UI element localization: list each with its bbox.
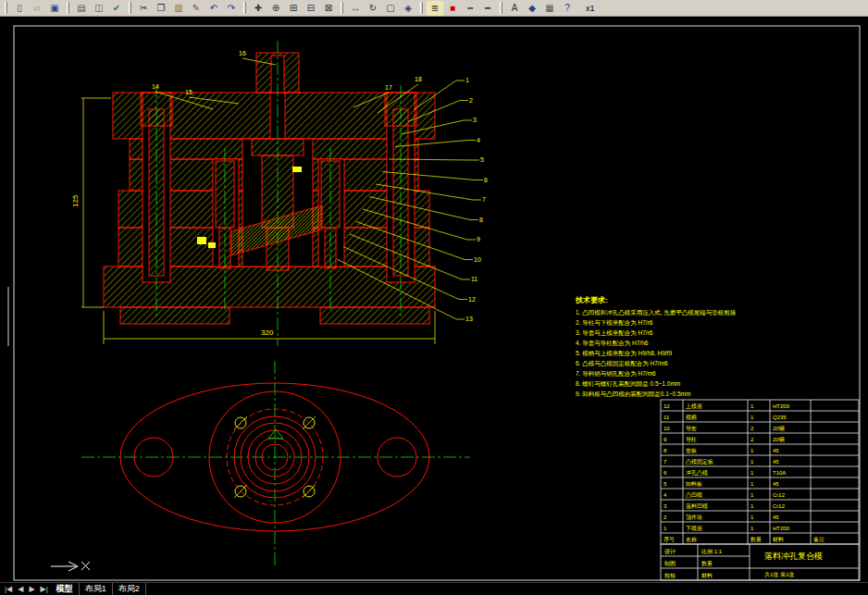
properties-button[interactable]: ▦ bbox=[541, 1, 558, 16]
part-callout-13: 13 bbox=[465, 316, 473, 322]
material-cell: 材料 bbox=[701, 573, 713, 579]
cad-application-window: ▯▱▣▤◫✔✂❐▥✎↶↷✚⊕⊞⊟⊠↔↻▢◈≣■╍━A◆▦?x1 bbox=[0, 0, 868, 595]
copy-button[interactable]: ❐ bbox=[153, 1, 169, 16]
scale-cell: 比例 1:1 bbox=[701, 549, 723, 555]
table-cell: 11 bbox=[663, 415, 670, 420]
zoom-previous-button[interactable]: ⊟ bbox=[303, 1, 319, 16]
layers-button[interactable]: ≣ bbox=[427, 1, 443, 16]
help-button[interactable]: ? bbox=[559, 1, 576, 16]
tab-nav-0[interactable]: |◀ bbox=[2, 585, 15, 593]
table-cell: HT200 bbox=[773, 403, 790, 409]
drawing-title: 落料冲孔复合模 bbox=[764, 552, 823, 561]
toolbar-grip[interactable] bbox=[129, 2, 131, 14]
layout-tab-layout2[interactable]: 布局2 bbox=[113, 583, 146, 595]
table-cell: 上模座 bbox=[685, 403, 702, 409]
redo-button[interactable]: ↷ bbox=[223, 1, 240, 16]
table-cell: 1 bbox=[750, 481, 754, 487]
part-callout-15: 15 bbox=[185, 89, 192, 95]
table-cell: 2 bbox=[750, 437, 754, 442]
toolbar-grip[interactable] bbox=[243, 2, 246, 14]
3d-orbit-button[interactable]: ◈ bbox=[400, 1, 416, 16]
table-cell: 3 bbox=[663, 503, 667, 509]
toolbar-grip[interactable] bbox=[420, 2, 423, 14]
spell-check-button[interactable]: ✔ bbox=[108, 1, 125, 16]
dim-width-label: 320 bbox=[261, 328, 274, 337]
toolbar-grip[interactable] bbox=[500, 2, 502, 14]
table-cell: 10 bbox=[663, 426, 670, 431]
drawing-canvas[interactable]: 123456789101112131415161718320125技术要求:1.… bbox=[0, 17, 868, 582]
table-cell: 20钢 bbox=[773, 436, 785, 442]
open-folder-button[interactable]: ▱ bbox=[29, 1, 45, 16]
title-field-label: 制图 bbox=[664, 561, 676, 567]
zoom-realtime-button[interactable]: ⊕ bbox=[267, 1, 284, 16]
print-preview-button[interactable]: ◫ bbox=[91, 1, 107, 16]
toolbar-grip[interactable] bbox=[341, 2, 343, 14]
table-cell: 2 bbox=[663, 514, 667, 520]
redraw-button[interactable]: ↻ bbox=[365, 1, 381, 16]
tech-req-line-6: 6. 凸模与凸模固定板配合为 H7/m6 bbox=[576, 360, 668, 367]
part-callout-7: 7 bbox=[482, 196, 486, 203]
title-field-label: 设计 bbox=[664, 548, 676, 554]
part-callout-6: 6 bbox=[484, 177, 488, 183]
tech-req-line-9: 9. 卸料板与凸凹模的装配间隙是0.1~0.5mm bbox=[576, 390, 690, 398]
paste-button[interactable]: ▥ bbox=[170, 1, 187, 16]
tab-nav-3[interactable]: ▶| bbox=[38, 585, 51, 593]
part-callout-4: 4 bbox=[477, 137, 480, 143]
cut-button[interactable]: ✂ bbox=[135, 1, 152, 16]
zoom-extents-button[interactable]: ⊠ bbox=[320, 1, 337, 16]
toolbar-grip[interactable] bbox=[67, 2, 69, 14]
table-cell: 卸料板 bbox=[686, 481, 702, 487]
table-cell: T10A bbox=[773, 470, 786, 476]
table-cell: 1 bbox=[750, 470, 754, 476]
tab-nav-1[interactable]: ◀ bbox=[15, 585, 26, 593]
tab-nav-2[interactable]: ▶ bbox=[26, 585, 37, 593]
table-cell: 落料凹模 bbox=[686, 503, 708, 510]
plot-button[interactable]: ▤ bbox=[73, 1, 90, 16]
match-properties-button[interactable]: ✎ bbox=[188, 1, 205, 16]
distance-button[interactable]: ↔ bbox=[347, 1, 364, 16]
table-cell: 导柱 bbox=[686, 436, 697, 442]
toolbar-grip[interactable] bbox=[5, 2, 7, 14]
named-views-button[interactable]: ▢ bbox=[382, 1, 399, 16]
table-cell: 顶件块 bbox=[686, 514, 702, 520]
drawing-svg: 123456789101112131415161718320125技术要求:1.… bbox=[0, 17, 868, 582]
table-cell: 1 bbox=[750, 503, 754, 509]
table-cell: 45 bbox=[773, 459, 779, 465]
table-cell: 45 bbox=[773, 448, 779, 453]
table-cell: 45 bbox=[773, 481, 779, 487]
undo-button[interactable]: ↶ bbox=[205, 1, 222, 16]
tech-req-line-3: 3. 导套与上模座配合为 H7/r6 bbox=[576, 329, 653, 337]
new-file-button[interactable]: ▯ bbox=[11, 1, 28, 16]
table-cell: 1 bbox=[750, 403, 754, 409]
layout-tab-layout1[interactable]: 布局1 bbox=[80, 583, 113, 595]
table-cell: 4 bbox=[663, 492, 667, 498]
pan-button[interactable]: ✚ bbox=[250, 1, 267, 16]
title-block-border bbox=[661, 544, 859, 580]
table-cell: 1 bbox=[750, 526, 754, 531]
table-cell: 9 bbox=[663, 437, 667, 442]
table-cell: HT200 bbox=[773, 526, 790, 531]
section-view bbox=[81, 41, 435, 346]
zoom-window-button[interactable]: ⊞ bbox=[285, 1, 302, 16]
table-cell: 7 bbox=[663, 459, 667, 465]
table-cell: 1 bbox=[663, 526, 667, 531]
text-button[interactable]: A bbox=[506, 1, 523, 16]
table-cell: 数量 bbox=[750, 537, 762, 542]
table-cell: Cr12 bbox=[773, 503, 786, 509]
table-cell: 8 bbox=[663, 448, 667, 453]
lineweight-button[interactable]: ━ bbox=[479, 1, 496, 16]
tech-req-line-8: 8. 螺钉与螺钉孔装配间隙是 0.5~1.0mm bbox=[576, 380, 680, 388]
part-callout-5: 5 bbox=[480, 156, 484, 163]
linetype-button[interactable]: ╍ bbox=[462, 1, 478, 16]
table-cell: 冲孔凸模 bbox=[686, 469, 708, 477]
tech-req-line-1: 1. 凸凹模和冲孔凸模采用压入式, 先磨平凸模尾端与垫板相接 bbox=[576, 309, 737, 316]
block-insert-button[interactable]: ◆ bbox=[524, 1, 540, 16]
save-button[interactable]: ▣ bbox=[46, 1, 63, 16]
table-cell: 垫板 bbox=[686, 448, 697, 453]
title-field-label: 校核 bbox=[663, 573, 676, 578]
dim-height-label: 125 bbox=[71, 194, 80, 207]
color-control-button[interactable]: ■ bbox=[444, 1, 461, 16]
layout-tab-model[interactable]: 模型 bbox=[51, 583, 80, 595]
table-cell: 凸模固定板 bbox=[686, 458, 713, 465]
ucs-icon bbox=[51, 562, 90, 571]
